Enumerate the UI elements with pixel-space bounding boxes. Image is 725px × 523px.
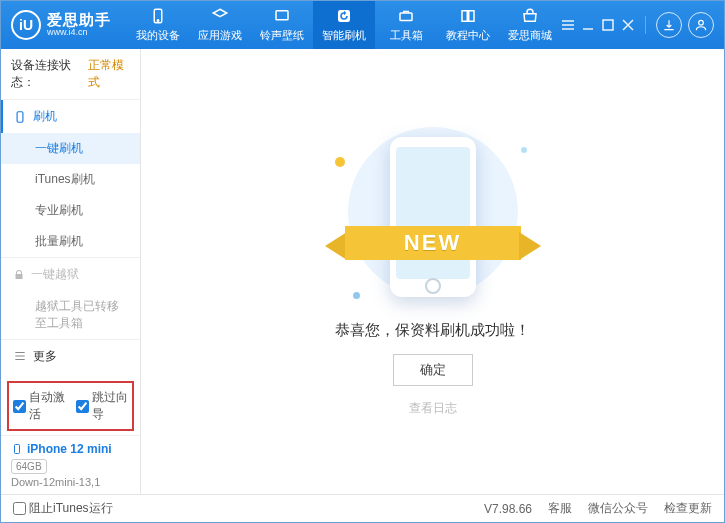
book-icon: [459, 7, 477, 25]
customer-service-link[interactable]: 客服: [548, 500, 572, 517]
store-icon: [521, 7, 539, 25]
main-content: NEW 恭喜您，保资料刷机成功啦！ 确定 查看日志: [141, 49, 724, 494]
device-name: iPhone 12 mini: [27, 442, 112, 456]
menu-icon: [13, 349, 27, 363]
phone-icon: [13, 110, 27, 124]
success-message: 恭喜您，保资料刷机成功啦！: [335, 321, 530, 340]
block-itunes-checkbox[interactable]: 阻止iTunes运行: [13, 500, 113, 517]
svg-point-1: [157, 20, 159, 22]
device-panel[interactable]: iPhone 12 mini 64GB Down-12mini-13,1: [1, 435, 140, 494]
refresh-icon: [335, 7, 353, 25]
sidebar-section-flash[interactable]: 刷机: [1, 100, 140, 133]
app-window: iU 爱思助手 www.i4.cn 我的设备 应用游戏 铃声壁纸 智能刷机: [0, 0, 725, 523]
sidebar-item-pro-flash[interactable]: 专业刷机: [1, 195, 140, 226]
device-storage-badge: 64GB: [11, 459, 47, 474]
auto-activate-checkbox[interactable]: 自动激活: [13, 389, 66, 423]
brand: iU 爱思助手 www.i4.cn: [1, 10, 127, 40]
nav-apps-games[interactable]: 应用游戏: [189, 1, 251, 49]
titlebar: iU 爱思助手 www.i4.cn 我的设备 应用游戏 铃声壁纸 智能刷机: [1, 1, 724, 49]
success-illustration: NEW: [333, 127, 533, 307]
svg-point-6: [699, 20, 704, 25]
jailbreak-note: 越狱工具已转移至工具箱: [1, 291, 140, 339]
svg-rect-8: [15, 445, 20, 454]
new-ribbon: NEW: [327, 222, 539, 264]
maximize-icon[interactable]: [601, 18, 615, 32]
window-controls: [561, 12, 724, 38]
lock-icon: [13, 269, 25, 281]
sidebar-section-more[interactable]: 更多: [1, 340, 140, 373]
menu-icon[interactable]: [561, 18, 575, 32]
main-nav: 我的设备 应用游戏 铃声壁纸 智能刷机 工具箱 教程中心: [127, 1, 561, 49]
version-label: V7.98.66: [484, 502, 532, 516]
sidebar-item-oneclick-flash[interactable]: 一键刷机: [1, 133, 140, 164]
check-update-link[interactable]: 检查更新: [664, 500, 712, 517]
wechat-link[interactable]: 微信公众号: [588, 500, 648, 517]
download-button[interactable]: [656, 12, 682, 38]
svg-rect-7: [17, 111, 23, 122]
nav-ringtones[interactable]: 铃声壁纸: [251, 1, 313, 49]
svg-rect-4: [400, 13, 412, 21]
phone-illustration-icon: [390, 137, 476, 297]
svg-rect-5: [603, 20, 613, 30]
svg-rect-2: [276, 11, 288, 20]
close-icon[interactable]: [621, 18, 635, 32]
sidebar-item-itunes-flash[interactable]: iTunes刷机: [1, 164, 140, 195]
app-title: 爱思助手: [47, 12, 111, 29]
device-model-sub: Down-12mini-13,1: [11, 476, 130, 488]
sidebar-item-other-tools[interactable]: 其他工具: [1, 373, 140, 377]
nav-tutorials[interactable]: 教程中心: [437, 1, 499, 49]
footer: 阻止iTunes运行 V7.98.66 客服 微信公众号 检查更新: [1, 494, 724, 522]
skip-guide-checkbox[interactable]: 跳过向导: [76, 389, 129, 423]
user-button[interactable]: [688, 12, 714, 38]
brand-logo-icon: iU: [11, 10, 41, 40]
connection-status: 设备连接状态： 正常模式: [1, 49, 140, 99]
toolbox-icon: [397, 7, 415, 25]
phone-icon: [149, 7, 167, 25]
options-highlight-box: 自动激活 跳过向导: [7, 381, 134, 431]
nav-store[interactable]: 爱思商城: [499, 1, 561, 49]
view-log-link[interactable]: 查看日志: [409, 400, 457, 417]
apps-icon: [211, 7, 229, 25]
sidebar-section-jailbreak: 一键越狱: [1, 258, 140, 291]
wallpaper-icon: [273, 7, 291, 25]
sidebar: 设备连接状态： 正常模式 刷机 一键刷机 iTunes刷机 专业刷机 批量刷机: [1, 49, 141, 494]
connection-status-value: 正常模式: [88, 57, 130, 91]
nav-my-device[interactable]: 我的设备: [127, 1, 189, 49]
minimize-icon[interactable]: [581, 18, 595, 32]
phone-icon: [11, 443, 23, 455]
app-url: www.i4.cn: [47, 28, 111, 38]
confirm-button[interactable]: 确定: [393, 354, 473, 386]
sidebar-item-batch-flash[interactable]: 批量刷机: [1, 226, 140, 257]
nav-toolbox[interactable]: 工具箱: [375, 1, 437, 49]
nav-smart-flash[interactable]: 智能刷机: [313, 1, 375, 49]
